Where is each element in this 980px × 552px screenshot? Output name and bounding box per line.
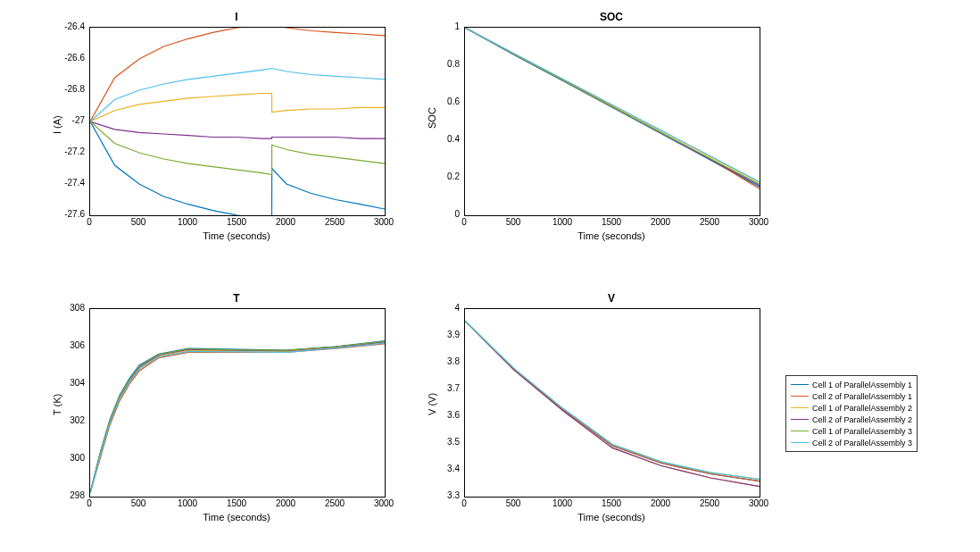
legend-item: Cell 2 of ParallelAssembly 3 <box>791 437 912 448</box>
y-tick: 0.8 <box>428 59 460 69</box>
y-tick: 3.3 <box>428 490 460 500</box>
series-line <box>90 341 385 493</box>
y-tick: 3.9 <box>428 330 460 339</box>
series-line <box>465 322 760 480</box>
x-tick: 3000 <box>374 217 394 227</box>
legend-label: Cell 1 of ParallelAssembly 2 <box>812 404 912 413</box>
plot-area <box>89 308 386 498</box>
series-line <box>90 342 385 493</box>
x-tick: 1500 <box>227 498 246 508</box>
y-tick: -27.4 <box>54 178 85 188</box>
y-tick: 0.6 <box>428 96 460 106</box>
legend-item: Cell 1 of ParallelAssembly 1 <box>791 379 912 390</box>
y-tick: -27.6 <box>54 209 85 219</box>
plot-area <box>89 27 386 216</box>
x-tick: 1500 <box>602 217 621 227</box>
y-tick: -27 <box>54 115 85 125</box>
legend-label: Cell 2 of ParallelAssembly 1 <box>812 392 912 401</box>
subplot-temperature: T T (K) Time (seconds) 29830030230430630… <box>89 308 384 496</box>
x-tick: 1500 <box>602 498 621 508</box>
x-tick: 2000 <box>651 217 670 227</box>
y-tick: 0.2 <box>428 171 460 181</box>
series-line <box>90 28 385 121</box>
x-tick: 500 <box>506 498 521 508</box>
x-tick: 2000 <box>276 217 295 227</box>
series-line <box>90 121 385 215</box>
subplot-voltage: V V (V) Time (seconds) 3.33.43.53.63.73.… <box>464 308 759 496</box>
y-tick: 302 <box>54 415 85 425</box>
y-tick: 0 <box>428 209 460 219</box>
legend-item: Cell 2 of ParallelAssembly 2 <box>791 414 912 425</box>
y-tick: 306 <box>54 340 85 350</box>
subplot-current: I I (A) Time (seconds) -27.6-27.4-27.2-2… <box>89 27 384 214</box>
chart-title: T <box>89 292 384 305</box>
legend-label: Cell 1 of ParallelAssembly 3 <box>812 427 912 436</box>
x-tick: 3000 <box>749 217 768 227</box>
series-line <box>465 28 760 182</box>
x-tick: 500 <box>131 217 146 227</box>
x-tick: 500 <box>131 498 146 508</box>
legend: Cell 1 of ParallelAssembly 1Cell 2 of Pa… <box>785 375 918 452</box>
x-axis-label: Time (seconds) <box>89 230 384 241</box>
series-line <box>465 322 760 487</box>
y-tick: 308 <box>54 303 85 313</box>
series-line <box>465 322 760 480</box>
x-tick: 2500 <box>325 217 345 227</box>
x-tick: 2000 <box>276 498 295 508</box>
x-tick: 1000 <box>552 217 572 227</box>
series-line <box>465 322 760 481</box>
x-tick: 0 <box>87 217 92 227</box>
y-tick: -26.6 <box>54 53 85 63</box>
legend-swatch <box>791 442 809 443</box>
x-axis-label: Time (seconds) <box>464 230 759 241</box>
x-tick: 0 <box>461 217 467 227</box>
x-tick: 500 <box>506 217 521 227</box>
figure: I I (A) Time (seconds) -27.6-27.4-27.2-2… <box>0 0 980 552</box>
series-line <box>90 121 385 175</box>
x-tick: 1000 <box>178 217 197 227</box>
legend-item: Cell 1 of ParallelAssembly 2 <box>791 402 912 414</box>
chart-title: SOC <box>464 11 759 23</box>
y-tick: -26.4 <box>54 21 85 31</box>
y-tick: 4 <box>428 303 460 313</box>
y-tick: 3.4 <box>428 464 460 473</box>
series-line <box>465 322 760 481</box>
x-tick: 0 <box>87 498 92 508</box>
x-tick: 2000 <box>651 498 670 508</box>
x-tick: 1000 <box>178 498 197 508</box>
series-line <box>90 344 385 493</box>
x-axis-label: Time (seconds) <box>89 512 384 523</box>
series-line <box>90 121 385 138</box>
plot-area <box>464 27 760 216</box>
chart-title: I <box>89 11 384 23</box>
x-axis-label: Time (seconds) <box>464 512 759 523</box>
x-tick: 0 <box>461 498 467 508</box>
chart-title: V <box>464 292 759 305</box>
y-tick: 0.4 <box>428 134 460 144</box>
series-line <box>90 341 385 493</box>
legend-label: Cell 2 of ParallelAssembly 3 <box>812 439 912 447</box>
x-tick: 3000 <box>749 498 768 508</box>
y-tick: -27.2 <box>54 146 85 156</box>
x-tick: 3000 <box>374 498 394 508</box>
x-tick: 1500 <box>227 217 246 227</box>
x-tick: 2500 <box>325 498 345 508</box>
legend-item: Cell 2 of ParallelAssembly 1 <box>791 390 912 402</box>
series-line <box>90 94 385 122</box>
y-tick: 300 <box>54 453 85 463</box>
x-tick: 1000 <box>552 498 572 508</box>
x-tick: 2500 <box>700 498 719 508</box>
plot-area <box>464 308 760 498</box>
legend-swatch <box>791 384 809 385</box>
series-line <box>465 322 760 487</box>
y-tick: 3.6 <box>428 410 460 420</box>
y-tick: 3.5 <box>428 437 460 447</box>
legend-label: Cell 2 of ParallelAssembly 2 <box>812 415 912 424</box>
y-tick: 304 <box>54 378 85 388</box>
subplot-soc: SOC SOC Time (seconds) 00.20.40.60.81050… <box>464 27 759 214</box>
y-tick: 3.8 <box>428 356 460 366</box>
y-axis-label: SOC <box>427 107 437 129</box>
y-axis-label: T (K) <box>52 394 62 415</box>
x-tick: 2500 <box>700 217 719 227</box>
legend-swatch <box>791 396 809 397</box>
